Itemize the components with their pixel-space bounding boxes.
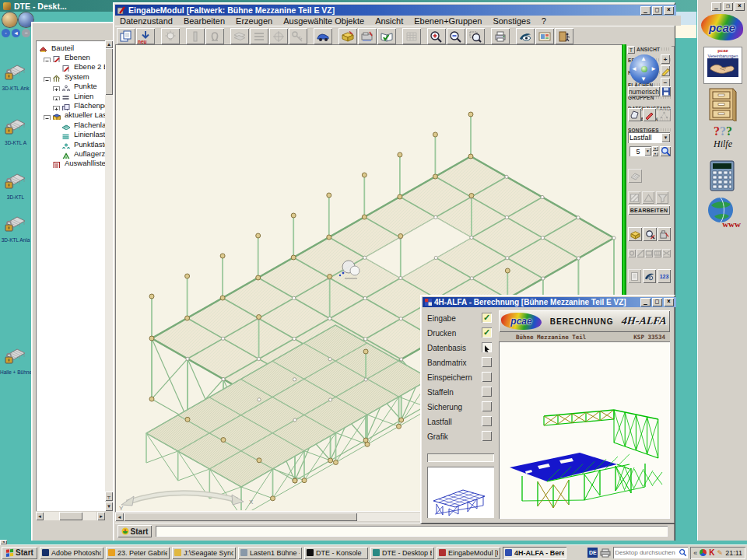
taskbar-task-5[interactable]: DTE - Konsole	[304, 547, 368, 559]
tree-expand-icon[interactable]	[44, 73, 51, 80]
alfa-minimize-button[interactable]: _	[640, 298, 651, 306]
step-checkbox-staffeln[interactable]	[482, 387, 492, 397]
datenzustand-open-button[interactable]	[628, 227, 642, 241]
tree-item-fl-chenlasten[interactable]: Flächenlasten	[37, 120, 105, 129]
tree-item-bauteil[interactable]: Bauteil	[37, 43, 105, 52]
sonstiges-ansicht-button[interactable]	[643, 269, 656, 283]
menu-4[interactable]: Ausgewählte Objekte	[283, 16, 364, 26]
zoom-plus-button[interactable]: +	[661, 54, 670, 64]
folie-dropdown-arrow-icon[interactable]: ▼	[661, 133, 670, 142]
menu-3[interactable]: Erzeugen	[236, 16, 272, 26]
tray-k-icon[interactable]: K	[709, 548, 714, 557]
em-start-button[interactable]: Start	[117, 525, 152, 537]
tree-item-system[interactable]: System	[37, 72, 105, 81]
tree-item-punkte[interactable]: Punkte	[37, 82, 105, 91]
datenzustand-kopieren-icon[interactable]	[117, 28, 135, 44]
taskbar-task-4[interactable]: Lasten1 Bühne - Paint	[238, 547, 302, 559]
tree-scroll-right-button[interactable]: ►	[97, 512, 105, 520]
tree-item-ebene-2-b-hne[interactable]: Ebene 2 Bühne	[37, 62, 105, 72]
rotate-down-icon[interactable]: ▼	[640, 75, 647, 82]
dte-nav-back-icon[interactable]: ◄	[12, 29, 20, 37]
dte-list-row-cream[interactable]	[675, 25, 696, 38]
desktop-search-input[interactable]	[613, 549, 679, 556]
tree-hscrollbar[interactable]: ◄ ►	[36, 512, 105, 520]
gruppen-bearbeiten-button[interactable]: BEARBEITEN	[628, 205, 670, 215]
em-close-button[interactable]: ×	[664, 6, 674, 15]
tree-item-auswahllisten[interactable]: Auswahllisten	[37, 159, 105, 168]
taskbar-task-7[interactable]: EingabeModul [Faltwerk:...	[437, 547, 500, 559]
tree-expand-icon[interactable]	[53, 82, 60, 89]
dte-tool1-icon[interactable]	[2, 12, 17, 27]
canvas-scroll-left-button[interactable]: ◄	[115, 513, 124, 521]
drucken-icon[interactable]	[491, 28, 510, 44]
tray-clock[interactable]: 21:11	[725, 549, 742, 557]
dte-minimize-button[interactable]: _	[711, 2, 721, 11]
tree-scroll-down-button[interactable]: ▼	[105, 502, 113, 511]
lastkatalog-icon[interactable]	[338, 28, 357, 44]
alfa-titlebar[interactable]: 4H-ALFA - Berechnung [Bühne Mezzanine Te…	[423, 297, 676, 307]
folie-dropdown[interactable]: Lastfall ▼	[628, 132, 670, 143]
ebene-polygon-button[interactable]	[628, 108, 641, 121]
tree-view[interactable]: BauteilEbenenEbene 2 BühneSystemPunkteLi…	[36, 40, 105, 511]
dte-nav-search-icon[interactable]: ◦	[2, 29, 10, 37]
step-checkbox-grafik[interactable]	[482, 431, 492, 441]
tree-item-linienlasten[interactable]: Linienlasten	[37, 130, 105, 139]
sonstiges-nummern-button[interactable]: 123	[658, 269, 671, 283]
taskbar-task-6[interactable]: DTE - Desktop Engineeri...	[370, 547, 434, 559]
tree-scroll-thumb[interactable]	[105, 48, 113, 95]
search-magnifier-icon[interactable]	[679, 548, 687, 557]
tree-scroll-left-button[interactable]: ◄	[36, 512, 44, 520]
datenzustand-check-button[interactable]	[643, 227, 657, 241]
language-indicator[interactable]: DE	[587, 548, 598, 558]
em-status-field[interactable]	[156, 526, 668, 537]
tree-expand-icon[interactable]	[44, 54, 51, 61]
menu-8[interactable]: ?	[542, 16, 546, 26]
fahrmodus-icon[interactable]	[314, 28, 332, 44]
em-minimize-button[interactable]: _	[640, 6, 651, 15]
hilfe-icon[interactable]: ??? Hilfe	[705, 124, 741, 157]
tree-expand-icon[interactable]	[53, 102, 60, 109]
folie-spin-up-icon[interactable]: ▲	[652, 146, 658, 151]
neu-icon[interactable]: neu	[136, 28, 155, 44]
folie-spinner[interactable]: ▲ ▼	[652, 146, 658, 156]
pruefbuch-icon[interactable]	[377, 28, 396, 44]
tray-color-ball-icon[interactable]	[700, 549, 707, 556]
datenzustand-bauwerk-button[interactable]	[658, 227, 671, 241]
beenden-icon[interactable]	[555, 28, 573, 44]
tree-item-punktlasten[interactable]: Punktlasten	[37, 139, 105, 149]
tree-expand-icon[interactable]	[44, 111, 51, 118]
step-checkbox-lastfall[interactable]	[482, 416, 492, 426]
tree-expand-icon[interactable]	[53, 93, 60, 100]
zoom-window-icon[interactable]	[466, 28, 485, 44]
www-icon[interactable]: www	[705, 194, 741, 230]
tree-scroll-up-button[interactable]: ▲	[105, 40, 113, 48]
folie-search-button[interactable]	[660, 146, 671, 156]
tree-item-auflagerzwangsv[interactable]: Auflagerzwangsv	[37, 149, 105, 158]
katalog-icon[interactable]	[535, 28, 554, 44]
tray-expand-icon[interactable]: «	[693, 549, 697, 557]
canvas-hscroll-thumb[interactable]	[124, 513, 357, 521]
menu-7[interactable]: Sonstiges	[493, 16, 530, 26]
alfa-close-button[interactable]: ×	[664, 298, 674, 306]
tray-pencil-icon[interactable]: ✎	[717, 549, 724, 557]
archive-cabinet-icon[interactable]	[707, 87, 738, 121]
em-maximize-button[interactable]: □	[652, 6, 662, 15]
taskbar-task-1[interactable]: Adobe Photoshop CS3 E...	[40, 547, 103, 559]
tree-item-aktueller-lastfall[interactable]: aktueller Lastfall	[37, 110, 105, 120]
alfa-maximize-button[interactable]: □	[652, 298, 662, 306]
em-titlebar[interactable]: EingabeModul [Faltwerk: Bühne Mezzanine …	[115, 5, 676, 16]
tree-hscroll-thumb[interactable]	[59, 512, 82, 520]
zoom-in-icon[interactable]	[427, 28, 446, 44]
desktop-icon-2[interactable]: 3D-KTL A	[0, 117, 31, 145]
panel-pin-button[interactable]: T	[627, 46, 635, 54]
edit-view-button[interactable]	[661, 65, 670, 76]
step-checkbox-einspeichern[interactable]	[482, 372, 492, 382]
tree-vscrollbar[interactable]: ▲ ┬ ▼	[105, 40, 113, 511]
tree-item-linien[interactable]: Linien	[37, 91, 105, 100]
numerisch-button[interactable]: numerisch	[628, 86, 660, 96]
desktop-icon-5[interactable]: Halle + Bühne l	[0, 346, 31, 375]
dte-close-button[interactable]: ×	[735, 2, 745, 11]
desktop-icon-3[interactable]: 3D-KTL	[0, 171, 31, 200]
ebene-edit-button[interactable]	[643, 108, 656, 121]
taskbar-task-2[interactable]: 23. Peter Gabriel - Don't ...	[106, 547, 170, 559]
